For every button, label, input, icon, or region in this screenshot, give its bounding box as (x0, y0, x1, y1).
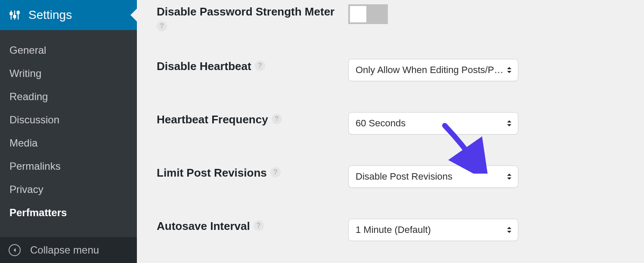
sidebar-item-label: Privacy (9, 183, 43, 195)
help-icon[interactable]: ? (255, 61, 265, 71)
sidebar-item-label: Writing (9, 67, 41, 79)
sidebar-item-discussion[interactable]: Discussion (0, 108, 137, 132)
setting-row-limit-post-revisions: Limit Post Revisions ? Disable Post Revi… (157, 165, 627, 188)
sidebar-item-privacy[interactable]: Privacy (0, 178, 137, 201)
sidebar-item-writing[interactable]: Writing (0, 62, 137, 85)
setting-label: Autosave Interval ? (157, 219, 348, 234)
sidebar-item-media[interactable]: Media (0, 132, 137, 155)
setting-label: Disable Password Strength Meter ? (157, 4, 348, 30)
sidebar-item-settings[interactable]: Settings (0, 0, 137, 30)
svg-rect-5 (17, 12, 19, 14)
setting-row-disable-heartbeat: Disable Heartbeat ? Only Allow When Edit… (157, 59, 627, 81)
sidebar-item-label: Discussion (9, 114, 59, 125)
select-value: 1 Minute (Default) (356, 224, 431, 235)
help-icon[interactable]: ? (272, 114, 282, 124)
select-caret-icon (507, 226, 512, 233)
active-menu-arrow-icon (130, 8, 137, 22)
setting-label-text: Autosave Interval (157, 219, 250, 234)
sidebar-submenu: General Writing Reading Discussion Media… (0, 30, 137, 237)
help-icon[interactable]: ? (157, 21, 167, 31)
sidebar-parent-label: Settings (28, 8, 72, 22)
setting-label-text: Disable Password Strength Meter (157, 4, 334, 19)
help-icon[interactable]: ? (254, 220, 264, 231)
collapse-arrow-icon (9, 244, 21, 256)
select-limit-post-revisions[interactable]: Disable Post Revisions (348, 165, 518, 188)
help-icon[interactable]: ? (270, 167, 281, 177)
select-value: Only Allow When Editing Posts/Pages (356, 64, 507, 76)
select-caret-icon (507, 67, 512, 73)
setting-label-text: Heartbeat Frequency (157, 112, 268, 127)
setting-label-text: Limit Post Revisions (157, 165, 267, 180)
admin-sidebar: Settings General Writing Reading Discuss… (0, 0, 137, 263)
sidebar-item-perfmatters[interactable]: Perfmatters (0, 201, 137, 224)
svg-rect-3 (10, 12, 12, 15)
setting-label: Heartbeat Frequency ? (157, 112, 348, 127)
sidebar-item-label: General (9, 44, 46, 56)
sidebar-item-label: Permalinks (9, 160, 61, 172)
collapse-menu-label: Collapse menu (30, 244, 99, 256)
toggle-disable-password-strength-meter[interactable] (348, 4, 388, 24)
sidebar-item-reading[interactable]: Reading (0, 85, 137, 108)
select-value: Disable Post Revisions (356, 171, 452, 182)
select-disable-heartbeat[interactable]: Only Allow When Editing Posts/Pages (348, 59, 518, 81)
svg-rect-4 (14, 15, 16, 18)
setting-label: Disable Heartbeat ? (157, 59, 348, 74)
toggle-knob (350, 6, 366, 22)
setting-row-heartbeat-frequency: Heartbeat Frequency ? 60 Seconds (157, 112, 627, 135)
select-autosave-interval[interactable]: 1 Minute (Default) (348, 219, 518, 241)
setting-row-disable-password-strength-meter: Disable Password Strength Meter ? (157, 4, 627, 30)
sidebar-item-label: Media (9, 137, 37, 149)
sidebar-item-label: Reading (9, 91, 48, 102)
setting-label-text: Disable Heartbeat (157, 59, 251, 74)
collapse-menu-button[interactable]: Collapse menu (0, 237, 137, 263)
sidebar-item-label: Perfmatters (9, 207, 67, 218)
sidebar-item-permalinks[interactable]: Permalinks (0, 155, 137, 178)
settings-sliders-icon (9, 9, 21, 21)
setting-row-autosave-interval: Autosave Interval ? 1 Minute (Default) (157, 219, 627, 241)
select-heartbeat-frequency[interactable]: 60 Seconds (348, 112, 518, 135)
select-value: 60 Seconds (356, 118, 406, 129)
sidebar-item-general[interactable]: General (0, 39, 137, 62)
settings-form: Disable Password Strength Meter ? Disabl… (137, 0, 644, 263)
select-caret-icon (507, 173, 512, 180)
setting-label: Limit Post Revisions ? (157, 165, 348, 180)
select-caret-icon (507, 120, 512, 127)
